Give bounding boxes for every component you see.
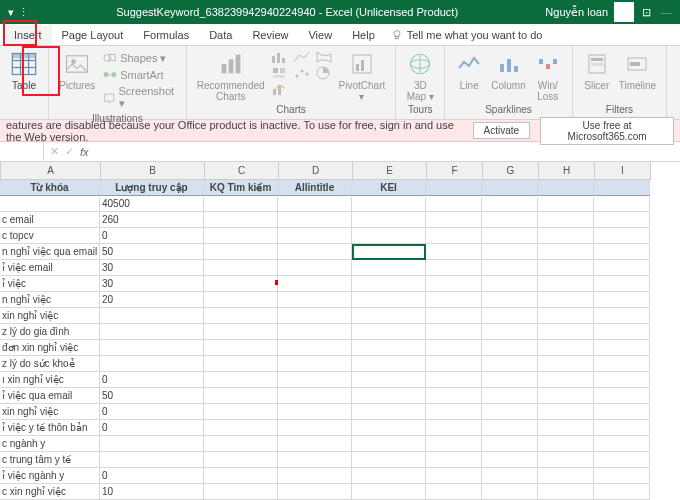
cell[interactable] bbox=[278, 484, 352, 500]
cell[interactable]: c topcv bbox=[0, 228, 100, 244]
cell[interactable]: c email bbox=[0, 212, 100, 228]
tab-view[interactable]: View bbox=[298, 25, 342, 45]
hierarchy-chart-icon[interactable] bbox=[271, 66, 289, 80]
cell[interactable] bbox=[426, 484, 482, 500]
cell[interactable] bbox=[482, 244, 538, 260]
cell[interactable] bbox=[482, 276, 538, 292]
cell[interactable] bbox=[426, 196, 482, 212]
cell[interactable] bbox=[426, 244, 482, 260]
cell[interactable] bbox=[352, 420, 426, 436]
cell[interactable] bbox=[482, 468, 538, 484]
cell[interactable] bbox=[352, 228, 426, 244]
cell[interactable] bbox=[204, 196, 278, 212]
cell[interactable] bbox=[594, 340, 650, 356]
cell[interactable] bbox=[594, 292, 650, 308]
tab-data[interactable]: Data bbox=[199, 25, 242, 45]
cell[interactable] bbox=[538, 308, 594, 324]
cell[interactable]: 260 bbox=[100, 212, 204, 228]
use-free-button[interactable]: Use free at Microsoft365.com bbox=[540, 117, 674, 145]
slicer-button[interactable]: Slicer bbox=[579, 48, 615, 93]
cell[interactable] bbox=[538, 324, 594, 340]
line-chart-icon[interactable] bbox=[293, 50, 311, 64]
cell[interactable] bbox=[426, 228, 482, 244]
cell[interactable]: c xin nghỉ việc bbox=[0, 484, 100, 500]
cell[interactable]: đơn xin nghỉ việc bbox=[0, 340, 100, 356]
cell[interactable] bbox=[538, 356, 594, 372]
cell[interactable] bbox=[278, 420, 352, 436]
cell[interactable] bbox=[204, 468, 278, 484]
cell[interactable] bbox=[0, 196, 100, 212]
col-header[interactable]: A bbox=[1, 162, 101, 180]
tell-me-search[interactable]: Tell me what you want to do bbox=[391, 29, 543, 41]
cell[interactable] bbox=[594, 452, 650, 468]
cell[interactable] bbox=[100, 324, 204, 340]
cell[interactable] bbox=[204, 388, 278, 404]
cell[interactable] bbox=[482, 452, 538, 468]
cell[interactable] bbox=[426, 420, 482, 436]
cell[interactable] bbox=[594, 324, 650, 340]
pictures-button[interactable]: Pictures bbox=[55, 48, 99, 93]
cell[interactable] bbox=[278, 244, 352, 260]
header-cell[interactable]: Lượng truy cập bbox=[100, 180, 204, 196]
cell[interactable] bbox=[352, 196, 426, 212]
cell[interactable] bbox=[204, 340, 278, 356]
cell[interactable] bbox=[426, 260, 482, 276]
cell[interactable]: ỉ việc bbox=[0, 276, 100, 292]
cell[interactable] bbox=[482, 196, 538, 212]
cell[interactable] bbox=[594, 436, 650, 452]
cell[interactable] bbox=[594, 372, 650, 388]
cell[interactable] bbox=[482, 356, 538, 372]
cell[interactable]: 10 bbox=[100, 484, 204, 500]
cell[interactable] bbox=[482, 420, 538, 436]
cell[interactable]: ı xin nghỉ việc bbox=[0, 372, 100, 388]
cell[interactable]: 40500 bbox=[100, 196, 204, 212]
cell[interactable] bbox=[538, 340, 594, 356]
user-avatar[interactable] bbox=[614, 2, 634, 22]
cell[interactable] bbox=[482, 324, 538, 340]
cell[interactable] bbox=[594, 180, 650, 196]
map-chart-icon[interactable] bbox=[315, 50, 333, 64]
cell[interactable] bbox=[426, 180, 482, 196]
fx-icon[interactable]: fx bbox=[80, 146, 89, 158]
cell[interactable] bbox=[538, 436, 594, 452]
screenshot-button[interactable]: Screenshot ▾ bbox=[101, 84, 178, 111]
cell[interactable] bbox=[204, 356, 278, 372]
arrow-dropdown-icon[interactable]: ▾ bbox=[8, 6, 14, 19]
cell[interactable]: xin nghỉ việc bbox=[0, 404, 100, 420]
cell[interactable]: 0 bbox=[100, 420, 204, 436]
cell[interactable]: c ngành y bbox=[0, 436, 100, 452]
cell[interactable] bbox=[426, 388, 482, 404]
pie-chart-icon[interactable] bbox=[315, 66, 333, 80]
cell[interactable] bbox=[278, 468, 352, 484]
cell[interactable]: ỉ việc qua email bbox=[0, 388, 100, 404]
cell[interactable] bbox=[538, 180, 594, 196]
tab-insert[interactable]: Insert bbox=[4, 25, 52, 45]
bar-chart-icon[interactable] bbox=[271, 50, 289, 64]
cell[interactable] bbox=[594, 484, 650, 500]
col-header[interactable]: C bbox=[205, 162, 279, 180]
cell[interactable]: ỉ việc y tế thôn bản bbox=[0, 420, 100, 436]
cell[interactable] bbox=[426, 468, 482, 484]
cell[interactable]: 0 bbox=[100, 404, 204, 420]
cell[interactable] bbox=[538, 484, 594, 500]
cell[interactable] bbox=[278, 324, 352, 340]
cell[interactable] bbox=[482, 260, 538, 276]
cell[interactable] bbox=[352, 388, 426, 404]
cell[interactable] bbox=[204, 308, 278, 324]
cell[interactable] bbox=[426, 404, 482, 420]
cell[interactable] bbox=[538, 388, 594, 404]
cell[interactable] bbox=[594, 196, 650, 212]
table-button[interactable]: Table bbox=[6, 48, 42, 93]
cell[interactable] bbox=[352, 356, 426, 372]
cell[interactable] bbox=[594, 404, 650, 420]
header-cell[interactable]: Từ khóa bbox=[0, 180, 100, 196]
cell[interactable] bbox=[278, 276, 352, 292]
col-header[interactable]: B bbox=[101, 162, 205, 180]
user-name[interactable]: Nguyễn loan bbox=[545, 6, 608, 19]
header-cell[interactable]: KQ Tìm kiếm bbox=[204, 180, 278, 196]
cell[interactable] bbox=[538, 468, 594, 484]
cell[interactable] bbox=[100, 308, 204, 324]
cell[interactable] bbox=[278, 404, 352, 420]
cell[interactable]: ỉ việc email bbox=[0, 260, 100, 276]
cell[interactable] bbox=[352, 260, 426, 276]
